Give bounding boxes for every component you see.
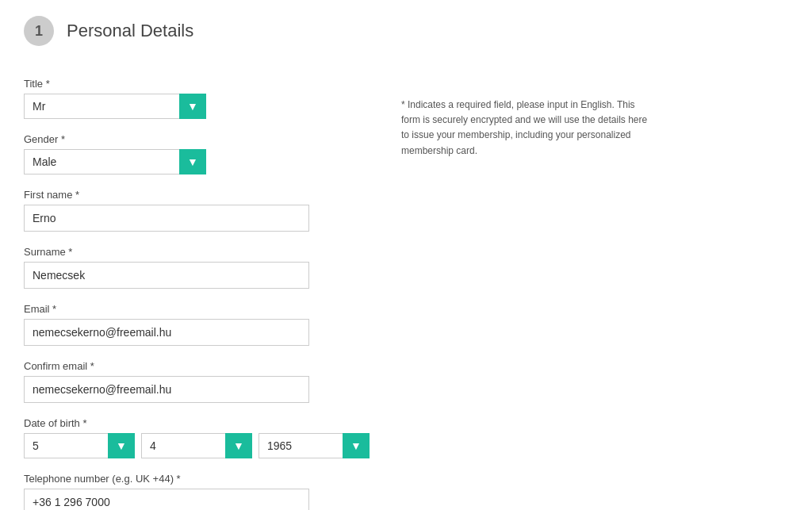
dob-wrapper: ▼ ▼ ▼ <box>24 433 370 458</box>
dob-year-input[interactable] <box>259 433 343 458</box>
chevron-down-icon: ▼ <box>187 101 198 112</box>
first-name-group: First name * <box>24 189 370 232</box>
first-name-label: First name * <box>24 189 370 201</box>
surname-input[interactable] <box>24 262 309 289</box>
title-dropdown-button[interactable]: ▼ <box>179 94 206 119</box>
title-input[interactable] <box>24 94 179 119</box>
dob-month-wrapper: ▼ <box>141 433 252 458</box>
dob-day-input[interactable] <box>24 433 108 458</box>
telephone-label: Telephone number (e.g. UK +44) * <box>24 473 370 485</box>
dob-day-wrapper: ▼ <box>24 433 135 458</box>
page-header: 1 Personal Details <box>24 16 788 54</box>
first-name-input[interactable] <box>24 205 309 232</box>
title-group: Title * ▼ <box>24 78 370 119</box>
gender-group: Gender * ▼ <box>24 133 370 174</box>
title-select-wrapper: ▼ <box>24 94 135 119</box>
dob-month-dropdown-button[interactable]: ▼ <box>225 433 252 458</box>
chevron-down-icon: ▼ <box>116 440 127 451</box>
gender-input[interactable] <box>24 149 179 174</box>
surname-group: Surname * <box>24 246 370 289</box>
main-content: Title * ▼ Gender * ▼ First name * <box>24 78 788 510</box>
page-title: Personal Details <box>67 21 193 41</box>
chevron-down-icon: ▼ <box>350 440 362 451</box>
info-text: * Indicates a required field, please inp… <box>401 98 655 159</box>
chevron-down-icon: ▼ <box>233 440 244 451</box>
confirm-email-input[interactable] <box>24 376 309 403</box>
telephone-group: Telephone number (e.g. UK +44) * <box>24 473 370 510</box>
email-label: Email * <box>24 303 370 315</box>
confirm-email-group: Confirm email * <box>24 360 370 403</box>
email-group: Email * <box>24 303 370 346</box>
title-label: Title * <box>24 78 370 90</box>
dob-year-wrapper: ▼ <box>259 433 370 458</box>
info-text-content: * Indicates a required field, please inp… <box>401 99 647 156</box>
dob-day-dropdown-button[interactable]: ▼ <box>108 433 135 458</box>
info-section: * Indicates a required field, please inp… <box>401 78 788 510</box>
dob-month-input[interactable] <box>141 433 225 458</box>
step-circle: 1 <box>24 16 54 46</box>
gender-select-wrapper: ▼ <box>24 149 135 174</box>
step-number: 1 <box>35 23 43 40</box>
gender-label: Gender * <box>24 133 370 145</box>
form-section: Title * ▼ Gender * ▼ First name * <box>24 78 370 510</box>
dob-label: Date of birth * <box>24 417 370 429</box>
dob-group: Date of birth * ▼ ▼ <box>24 417 370 458</box>
email-input[interactable] <box>24 319 309 346</box>
confirm-email-label: Confirm email * <box>24 360 370 372</box>
surname-label: Surname * <box>24 246 370 258</box>
chevron-down-icon: ▼ <box>187 156 198 167</box>
dob-year-dropdown-button[interactable]: ▼ <box>343 433 370 458</box>
telephone-input[interactable] <box>24 489 309 510</box>
gender-dropdown-button[interactable]: ▼ <box>179 149 206 174</box>
